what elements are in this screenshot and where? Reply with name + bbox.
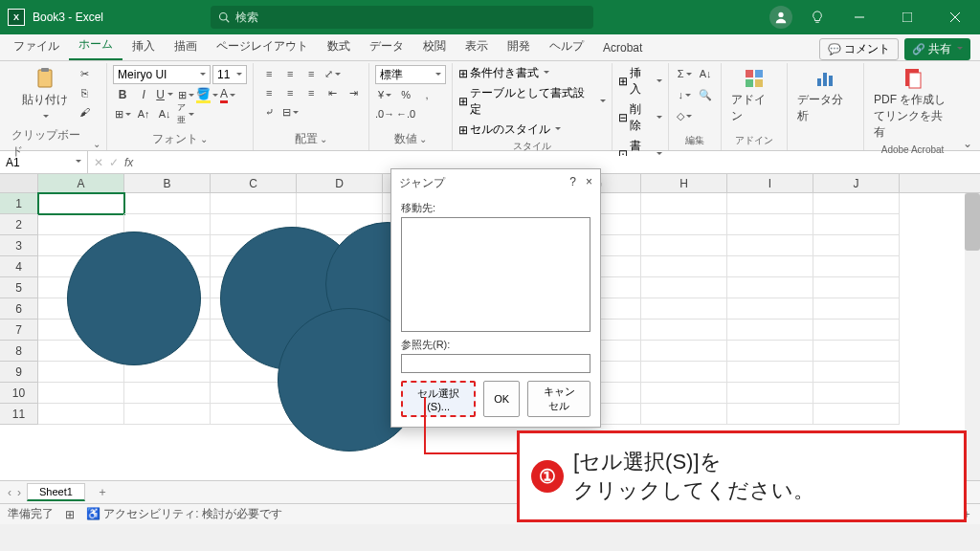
col-header[interactable]: J (813, 174, 900, 192)
sort-filter-icon[interactable]: A↓ (696, 65, 715, 82)
cell[interactable] (727, 383, 813, 404)
align-bottom-icon[interactable]: ≡ (301, 65, 321, 82)
format-painter-icon[interactable]: 🖌 (76, 103, 95, 121)
cell[interactable] (727, 404, 813, 425)
cancel-button[interactable]: キャンセル (527, 381, 590, 417)
workbook-stats-icon[interactable]: ⊞ (65, 508, 75, 521)
currency-icon[interactable]: ¥ (375, 86, 394, 103)
cell[interactable] (813, 214, 900, 235)
indent-inc-icon[interactable]: ⇥ (344, 84, 363, 101)
italic-icon[interactable]: I (134, 86, 153, 103)
row-header[interactable]: 8 (0, 341, 38, 362)
number-format-select[interactable]: 標準 (375, 65, 446, 84)
cell[interactable] (813, 341, 900, 362)
sheet-nav-next-icon[interactable]: › (17, 486, 21, 499)
cell[interactable] (813, 298, 900, 320)
cell[interactable] (38, 214, 124, 235)
dec-decimal-icon[interactable]: ←.0 (396, 105, 415, 122)
sheet-nav-prev-icon[interactable]: ‹ (8, 486, 11, 499)
indent-dec-icon[interactable]: ⇤ (323, 84, 342, 101)
autosum-icon[interactable]: Σ (675, 65, 694, 82)
align-left-icon[interactable]: ≡ (259, 84, 278, 101)
cell[interactable] (641, 277, 727, 298)
col-header[interactable]: B (124, 174, 211, 192)
tab-insert[interactable]: 挿入 (122, 34, 165, 60)
comments-button[interactable]: 💬コメント (819, 38, 899, 60)
tab-review[interactable]: 校閲 (413, 34, 456, 60)
cell[interactable] (38, 383, 124, 404)
analyze-data-button[interactable]: データ分析 (793, 65, 858, 126)
share-button[interactable]: 🔗共有 (904, 38, 970, 60)
shape-circle[interactable] (67, 231, 201, 365)
font-name-select[interactable]: Meiryo UI (113, 65, 211, 84)
tab-view[interactable]: 表示 (456, 34, 498, 60)
reference-input[interactable] (401, 354, 590, 373)
cell[interactable] (727, 193, 813, 214)
ribbon-collapse-icon[interactable]: ⌄ (961, 63, 974, 150)
col-header[interactable]: D (297, 174, 383, 192)
tab-dev[interactable]: 開発 (498, 34, 540, 60)
align-right-icon[interactable]: ≡ (301, 84, 321, 101)
fx-icon[interactable]: fx (124, 156, 133, 169)
cell[interactable] (813, 235, 900, 256)
align-top-icon[interactable]: ≡ (259, 65, 278, 82)
wrap-text-icon[interactable]: ⤶ (259, 103, 278, 121)
cell[interactable] (813, 362, 900, 383)
cell[interactable] (813, 404, 900, 425)
create-pdf-button[interactable]: PDF を作成してリンクを共有 (870, 65, 955, 143)
search-box[interactable]: 検索 (211, 6, 593, 29)
phonetic-icon[interactable]: ア亜 (176, 105, 195, 122)
formula-input[interactable] (139, 156, 974, 169)
cell[interactable] (38, 404, 124, 425)
lightbulb-icon[interactable] (806, 6, 829, 29)
goto-listbox[interactable] (401, 217, 590, 332)
dialog-help-icon[interactable]: ? (569, 175, 576, 191)
cell[interactable] (813, 256, 900, 277)
cell[interactable] (641, 193, 727, 214)
cell[interactable] (813, 193, 900, 214)
row-header[interactable]: 3 (0, 235, 38, 256)
insert-cells-button[interactable]: ⊞ 挿入 (618, 65, 663, 98)
merge-icon[interactable]: ⊟ (280, 103, 300, 121)
cell[interactable] (727, 320, 813, 341)
tab-file[interactable]: ファイル (4, 34, 69, 60)
cell[interactable] (124, 193, 211, 214)
col-header[interactable]: C (211, 174, 297, 192)
conditional-format-button[interactable]: ⊞ 条件付き書式 (458, 65, 606, 81)
tab-draw[interactable]: 描画 (165, 34, 207, 60)
increase-font-icon[interactable]: A↑ (134, 105, 153, 122)
close-button[interactable] (938, 4, 972, 31)
copy-icon[interactable]: ⎘ (76, 84, 95, 101)
row-header[interactable]: 9 (0, 362, 38, 383)
inc-decimal-icon[interactable]: .0→ (375, 105, 394, 122)
cell[interactable] (641, 298, 727, 320)
account-avatar[interactable] (769, 6, 792, 29)
tab-acrobat[interactable]: Acrobat (593, 37, 652, 60)
cell[interactable] (727, 256, 813, 277)
cell[interactable] (211, 193, 297, 214)
cell[interactable] (38, 193, 124, 214)
cell[interactable] (641, 256, 727, 277)
row-header[interactable]: 11 (0, 404, 38, 425)
ok-button[interactable]: OK (483, 381, 520, 417)
orientation-icon[interactable]: ⤢ (323, 65, 342, 82)
fill-icon[interactable]: ↓ (675, 86, 694, 103)
comma-icon[interactable]: , (417, 86, 436, 103)
row-header[interactable]: 2 (0, 214, 38, 235)
col-header[interactable]: A (38, 174, 124, 192)
cell[interactable] (124, 383, 211, 404)
cell[interactable] (641, 341, 727, 362)
row-header[interactable]: 4 (0, 256, 38, 277)
align-middle-icon[interactable]: ≡ (280, 65, 300, 82)
row-header[interactable]: 7 (0, 320, 38, 341)
minimize-button[interactable] (842, 4, 877, 31)
addins-button[interactable]: アドイン (727, 65, 780, 126)
tab-help[interactable]: ヘルプ (540, 34, 593, 60)
cell[interactable] (813, 320, 900, 341)
cell[interactable] (813, 383, 900, 404)
underline-icon[interactable]: U (155, 86, 174, 103)
row-header[interactable]: 10 (0, 383, 38, 404)
cell[interactable] (727, 214, 813, 235)
cell[interactable] (727, 362, 813, 383)
find-select-icon[interactable]: 🔍 (696, 86, 715, 103)
